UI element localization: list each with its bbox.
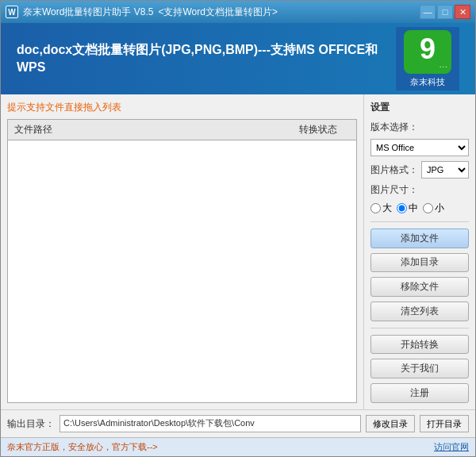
logo-area: 9 ... 奈末科技 <box>396 27 459 90</box>
main-window: W 奈末Word批量转图片助手 V8.5 <支持Word文档批量转图片> — □… <box>0 0 476 457</box>
version-select[interactable]: MS Office WPS <box>370 139 469 156</box>
app-icon: W <box>6 6 18 18</box>
header-title: doc,docx文档批量转图片(JPG,PNG,BMP)---支持MS OFFI… <box>17 41 396 77</box>
settings-title: 设置 <box>370 101 469 114</box>
modify-dir-button[interactable]: 修改目录 <box>366 415 415 432</box>
remove-file-button[interactable]: 移除文件 <box>370 277 469 297</box>
visit-website-link[interactable]: 访问官网 <box>434 441 469 453</box>
version-select-row: MS Office WPS <box>370 139 469 156</box>
col-status-header: 转换状态 <box>286 123 350 136</box>
size-small-radio[interactable] <box>423 203 433 213</box>
size-medium-radio[interactable] <box>397 203 407 213</box>
title-controls: — □ ✕ <box>420 5 470 19</box>
hint-text: 提示支持文件直接拖入列表 <box>7 101 357 114</box>
main-content: 提示支持文件直接拖入列表 文件路径 转换状态 设置 版本选择： MS Offic… <box>1 94 475 409</box>
size-large-radio[interactable] <box>370 203 381 213</box>
output-bar: 输出目录： C:\Users\Administrator\Desktop\软件下… <box>1 409 475 437</box>
header: doc,docx文档批量转图片(JPG,PNG,BMP)---支持MS OFFI… <box>1 23 475 94</box>
table-body[interactable] <box>8 140 356 402</box>
size-label-row: 图片尺寸： <box>370 183 469 197</box>
right-panel: 设置 版本选择： MS Office WPS 图片格式： JPG PNG BMP <box>364 94 475 409</box>
clear-list-button[interactable]: 清空列表 <box>370 301 469 321</box>
window-subtitle: <支持Word文档批量转图片> <box>158 6 277 19</box>
size-label: 图片尺寸： <box>370 183 418 197</box>
format-select[interactable]: JPG PNG BMP <box>421 161 469 179</box>
size-medium-label: 中 <box>409 202 418 215</box>
size-large-option[interactable]: 大 <box>370 202 392 215</box>
minimize-button[interactable]: — <box>420 5 436 19</box>
add-file-button[interactable]: 添加文件 <box>370 228 469 248</box>
size-small-option[interactable]: 小 <box>423 202 444 215</box>
window-title: 奈末Word批量转图片助手 V8.5 <box>23 6 153 19</box>
start-button[interactable]: 开始转换 <box>370 335 469 355</box>
about-button[interactable]: 关于我们 <box>370 359 469 378</box>
file-table: 文件路径 转换状态 <box>7 119 357 403</box>
register-button[interactable]: 注册 <box>370 383 469 403</box>
table-header: 文件路径 转换状态 <box>8 120 356 140</box>
logo-dots: ... <box>440 60 448 69</box>
title-bar-text: W 奈末Word批量转图片助手 V8.5 <支持Word文档批量转图片> <box>6 6 278 19</box>
footer-text: 奈末官方正版，安全放心，官方下载--> <box>7 441 158 453</box>
col-path-header: 文件路径 <box>14 123 286 136</box>
format-row: 图片格式： JPG PNG BMP <box>370 161 469 179</box>
logo-number: 9 <box>420 35 436 63</box>
add-dir-button[interactable]: 添加目录 <box>370 253 469 273</box>
footer: 奈末官方正版，安全放心，官方下载--> 访问官网 <box>1 437 475 456</box>
output-label: 输出目录： <box>7 417 55 431</box>
size-large-label: 大 <box>382 202 392 215</box>
version-row: 版本选择： <box>370 121 469 134</box>
title-bar: W 奈末Word批量转图片助手 V8.5 <支持Word文档批量转图片> — □… <box>1 1 475 23</box>
maximize-button[interactable]: □ <box>437 5 453 19</box>
close-button[interactable]: ✕ <box>455 5 470 19</box>
divider-2 <box>370 328 469 328</box>
format-label: 图片格式： <box>370 163 418 177</box>
left-panel: 提示支持文件直接拖入列表 文件路径 转换状态 <box>1 94 364 409</box>
version-label: 版本选择： <box>370 121 418 134</box>
logo-circle: 9 ... <box>404 30 451 74</box>
output-path: C:\Users\Administrator\Desktop\软件下载包\Con… <box>60 415 361 432</box>
size-small-label: 小 <box>435 202 444 215</box>
size-radio-group: 大 中 小 <box>370 202 469 215</box>
open-dir-button[interactable]: 打开目录 <box>420 415 469 432</box>
logo-company: 奈末科技 <box>410 76 445 88</box>
divider-1 <box>370 221 469 222</box>
size-medium-option[interactable]: 中 <box>397 202 418 215</box>
